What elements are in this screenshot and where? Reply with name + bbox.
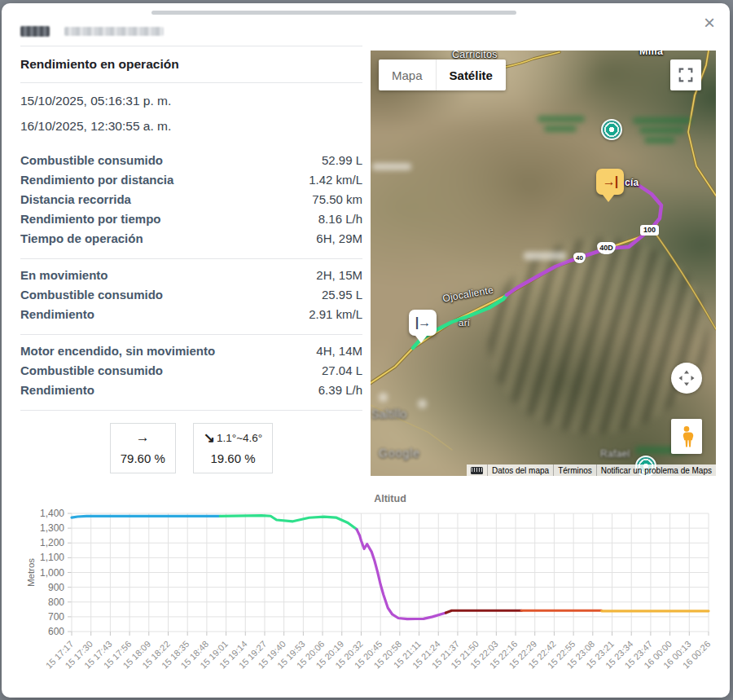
stat-value: 4H, 14M [316,341,362,361]
flat-grade-box: → 79.60 % [110,423,176,473]
stat-value: 52.99 L [322,151,362,170]
stat-row: Combustible consumido27.04 L [20,361,362,381]
map-canvas[interactable]: Carricitos Milla Ojocaliente arí Saltill… [371,51,716,476]
map-label-end-city: cía [625,177,639,188]
map-type-control: Mapa Satélite [379,59,506,90]
poi-label-blurred [538,116,585,122]
altitude-chart-svg: 6007008009001,0001,1001,2001,3001,40015 … [23,489,722,698]
panel-title: Rendimiento en operación [20,46,362,82]
map-label-saltillo: Saltillo [371,407,407,420]
map-type-map-button[interactable]: Mapa [379,59,437,90]
stat-label: Tiempo de operación [20,229,143,249]
svg-text:1,100: 1,100 [40,552,64,563]
svg-text:1,000: 1,000 [40,567,64,579]
svg-text:1,200: 1,200 [40,537,64,548]
altitude-chart: 6007008009001,0001,1001,2001,3001,40015 … [23,489,722,698]
stat-label: Distancia recorrida [20,190,131,209]
performance-panel: Rendimiento en operación 15/10/2025, 05:… [20,46,362,473]
fullscreen-icon [677,66,695,84]
end-to-bar-icon: →| [603,174,617,189]
stat-value: 6H, 29M [316,229,362,249]
svg-text:Metros: Metros [26,558,36,587]
map-attribution: Datos del mapa Términos Notificar un pro… [467,464,716,476]
poi-label-blurred [644,137,675,143]
map-label-rafael: Rafael [600,448,630,460]
map-data-link[interactable]: Datos del mapa [487,464,553,476]
stat-row: Combustible consumido25.95 L [20,285,362,305]
stat-label: Combustible consumido [20,285,163,305]
start-datetime: 15/10/2025, 05:16:31 p. m. [20,94,362,108]
moving-stats: En movimiento2H, 15MCombustible consumid… [20,259,362,334]
poi-label-blurred [639,127,685,134]
terms-link[interactable]: Términos [553,464,596,476]
down-right-arrow-icon: ↘ [204,429,215,447]
right-arrow-icon: → [136,429,150,446]
pan-control-button[interactable] [671,363,702,394]
google-watermark: Google [379,447,420,460]
vehicle-id-redacted [20,26,50,37]
summary-stats: Combustible consumido52.99 LRendimiento … [20,144,362,258]
scrollbar-thumb[interactable] [151,11,516,15]
stat-label: Combustible consumido [20,361,163,381]
stat-value: 6.39 L/h [318,381,362,400]
stat-value: 25.95 L [322,285,362,305]
stat-label: En movimiento [20,266,108,285]
svg-text:1,300: 1,300 [40,522,64,534]
stat-label: Rendimiento por distancia [20,170,173,190]
poi-label-blurred [633,117,691,124]
stat-value: 2.91 km/L [309,305,362,324]
route-start-marker[interactable]: |→ [409,310,437,336]
grade-boxes: → 79.60 % ↘ 1.1°~4.6° 19.60 % [20,423,362,473]
vehicle-header [20,24,164,37]
close-icon[interactable]: × [704,13,715,33]
svg-text:900: 900 [48,582,64,593]
stat-row: Tiempo de operación6H, 29M [20,229,362,249]
trip-detail-modal: × Rendimiento en operación 15/10/2025, 0… [2,3,730,698]
fullscreen-button[interactable] [670,59,701,90]
svg-text:1,400: 1,400 [40,508,64,519]
stat-row: Motor encendido, sin movimiento4H, 14M [20,341,362,361]
descent-grade-percent: 19.60 % [204,451,262,465]
stat-value: 2H, 15M [316,266,362,285]
stat-row: Rendimiento por tiempo8.16 L/h [20,209,362,229]
stat-value: 8.16 L/h [318,209,362,229]
stat-row: Rendimiento6.39 L/h [20,381,362,400]
flat-grade-percent: 79.60 % [121,451,165,465]
end-datetime: 16/10/2025, 12:30:55 a. m. [20,119,362,134]
pan-arrows-icon [677,368,696,388]
shield-blurred [418,399,427,408]
keyboard-shortcuts-button[interactable] [467,464,487,476]
route-end-marker[interactable]: →| [596,169,624,195]
place-marker-icon[interactable] [601,119,622,140]
pegman-icon [678,425,696,449]
keyboard-icon [471,467,483,474]
shield-blurred [379,393,388,402]
place-label-blurred [372,163,411,170]
stat-value: 75.50 km [312,190,362,209]
stat-label: Motor encendido, sin movimiento [20,341,215,361]
stat-row: Combustible consumido52.99 L [20,151,362,170]
svg-text:700: 700 [48,611,64,623]
idle-stats: Motor encendido, sin movimiento4H, 14MCo… [20,335,362,410]
stat-label: Rendimiento [20,305,94,324]
stat-row: Rendimiento por distancia1.42 km/L [20,170,362,190]
street-view-pegman-button[interactable] [671,419,702,454]
highway-shield-40d: 40D [597,242,616,254]
svg-text:Altitud: Altitud [374,493,406,504]
stat-label: Combustible consumido [20,151,163,170]
start-from-bar-icon: |→ [415,315,430,330]
highway-shield-100: 100 [640,225,659,236]
map-label-top-partial: Milla [639,51,663,57]
descent-grade-box: ↘ 1.1°~4.6° 19.60 % [193,423,273,473]
stat-label: Rendimiento [20,381,94,400]
map-type-satellite-button[interactable]: Satélite [437,59,506,90]
poi-label-blurred [544,125,577,132]
stat-value: 27.04 L [322,361,362,381]
svg-text:800: 800 [48,597,64,608]
stat-value: 1.42 km/L [309,170,362,190]
stat-row: En movimiento2H, 15M [20,266,362,285]
report-problem-link[interactable]: Notificar un problema de Maps [596,464,716,476]
stat-label: Rendimiento por tiempo [20,209,161,229]
stat-row: Distancia recorrida75.50 km [20,190,362,209]
vehicle-name-redacted [64,27,164,36]
